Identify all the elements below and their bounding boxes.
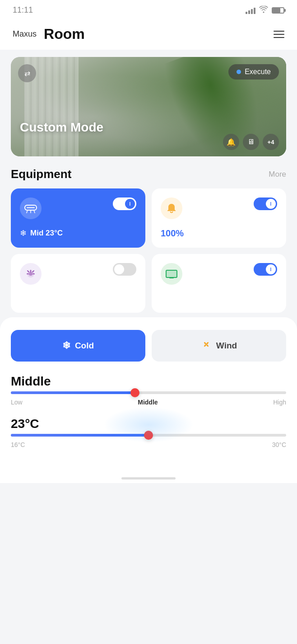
ac-status-icon: ❄ [20, 228, 27, 238]
status-time: 11:11 [13, 5, 33, 15]
ac-toggle[interactable]: I [113, 197, 136, 210]
fan-low-label: Low [11, 399, 23, 406]
bottom-indicator [121, 477, 176, 479]
ac-card[interactable]: I ❄ Mid 23°C [11, 188, 145, 248]
battery-icon [272, 7, 284, 14]
hero-device-icons: 🔔 🖥 +4 [223, 134, 279, 150]
swap-icon: ⇄ [24, 69, 30, 78]
desk-lamp-toggle[interactable] [113, 263, 136, 276]
svg-rect-7 [166, 270, 177, 277]
execute-dot [237, 70, 241, 74]
wind-icon [201, 339, 212, 353]
fan-speed-thumb[interactable] [130, 388, 139, 397]
hero-section: ⇄ Execute Custom Mode 🔔 🖥 +4 [0, 50, 297, 164]
temperature-thumb[interactable] [144, 431, 153, 440]
swap-button[interactable]: ⇄ [18, 64, 36, 82]
status-bar: 11:11 [0, 0, 297, 19]
fan-speed-label: Middle [11, 374, 51, 389]
section-header: Equipment More [11, 167, 286, 181]
cold-label: Cold [75, 341, 94, 351]
more-button[interactable]: More [269, 170, 286, 179]
status-icons [246, 6, 284, 15]
tv-toggle[interactable]: I [254, 263, 277, 276]
fan-mid-label: Middle [138, 399, 158, 406]
lamp-toggle[interactable]: I [254, 197, 277, 210]
ac-status-text: Mid 23°C [30, 229, 63, 238]
page-title: Room [44, 26, 274, 42]
tv-icon [161, 263, 182, 285]
hero-card: ⇄ Execute Custom Mode 🔔 🖥 +4 [11, 57, 286, 156]
mode-label: Custom Mode [20, 120, 103, 135]
execute-button[interactable]: Execute [228, 64, 279, 80]
fan-high-label: High [273, 399, 286, 406]
equipment-section: Equipment More I [0, 164, 297, 313]
temperature-track[interactable] [11, 434, 286, 437]
hero-device-more[interactable]: +4 [263, 134, 279, 150]
temp-high-label: 30°C [272, 441, 286, 448]
cold-mode-button[interactable]: ❄ Cold [11, 330, 145, 362]
desk-lamp-icon [20, 263, 42, 285]
equipment-title: Equipment [11, 167, 71, 181]
lamp-brightness: 100% [161, 228, 184, 239]
fan-speed-fill [11, 391, 135, 394]
desk-lamp-card[interactable] [11, 254, 145, 313]
wind-label: Wind [216, 341, 237, 351]
bottom-bar [0, 470, 297, 483]
temp-low-label: 16°C [11, 441, 25, 448]
execute-label: Execute [245, 68, 271, 76]
fan-speed-track[interactable] [11, 391, 286, 394]
equipment-grid: I ❄ Mid 23°C I [11, 188, 286, 313]
hero-device-monitor-icon[interactable]: 🖥 [243, 134, 259, 150]
temperature-value: 23°C [11, 417, 39, 431]
temperature-fill [11, 434, 148, 437]
fan-speed-group: Middle Low Middle High [11, 374, 286, 406]
mode-buttons: ❄ Cold Wind [11, 330, 286, 362]
svg-point-6 [29, 272, 32, 276]
brand-label: Maxus [13, 29, 37, 39]
cold-icon: ❄ [62, 340, 70, 352]
tv-card[interactable]: I [152, 254, 286, 313]
lamp-icon [161, 197, 182, 219]
ac-icon [20, 197, 42, 219]
temperature-group: 23°C 16°C 30°C [11, 417, 286, 448]
hero-device-bell-icon[interactable]: 🔔 [223, 134, 239, 150]
signal-icon [246, 7, 255, 14]
ac-detail-panel: ❄ Cold Wind Middle Low [0, 317, 297, 470]
lamp-card[interactable]: I 100% [152, 188, 286, 248]
wind-mode-button[interactable]: Wind [152, 330, 286, 362]
wifi-icon [259, 6, 268, 15]
app-header: Maxus Room [0, 19, 297, 50]
menu-button[interactable] [274, 31, 284, 38]
